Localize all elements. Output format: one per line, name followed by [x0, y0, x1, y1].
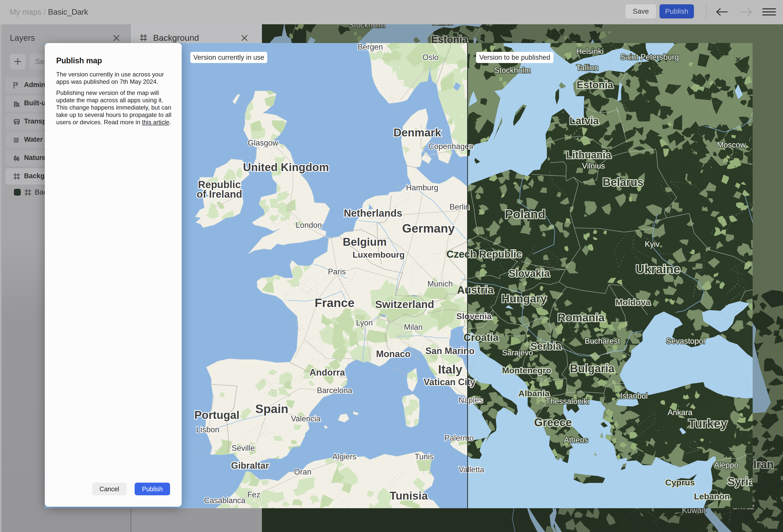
- svg-text:France: France: [315, 296, 354, 310]
- svg-text:Lithuania: Lithuania: [566, 149, 612, 160]
- svg-text:Vilnius: Vilnius: [582, 161, 605, 170]
- svg-text:Portugal: Portugal: [194, 409, 240, 421]
- svg-text:Sarajevo: Sarajevo: [502, 348, 533, 357]
- svg-text:Oran: Oran: [294, 467, 312, 476]
- svg-text:Seville: Seville: [231, 444, 255, 452]
- svg-text:Valencia: Valencia: [291, 414, 321, 423]
- svg-text:Romania: Romania: [558, 311, 604, 324]
- svg-text:Latvia: Latvia: [569, 115, 599, 126]
- svg-text:Italy: Italy: [438, 363, 462, 376]
- svg-text:Naples: Naples: [459, 396, 483, 405]
- svg-text:Greece: Greece: [534, 416, 572, 429]
- svg-text:Hamburg: Hamburg: [406, 183, 438, 192]
- svg-text:Albania: Albania: [519, 388, 550, 398]
- svg-text:Barcelona: Barcelona: [317, 386, 352, 395]
- svg-text:Helsinki: Helsinki: [576, 47, 604, 56]
- svg-text:Fez: Fez: [247, 490, 260, 499]
- svg-text:Copenhagen: Copenhagen: [429, 142, 473, 151]
- svg-text:Montenegro: Montenegro: [502, 366, 552, 375]
- svg-text:Tallinn: Tallinn: [576, 63, 598, 72]
- svg-text:Monaco: Monaco: [376, 349, 410, 359]
- svg-text:Algiers: Algiers: [333, 452, 356, 461]
- svg-text:Ankara: Ankara: [667, 408, 693, 417]
- svg-text:Czech Republic: Czech Republic: [446, 249, 522, 260]
- svg-text:Moscow: Moscow: [717, 140, 746, 149]
- svg-text:Belarus: Belarus: [602, 176, 643, 188]
- svg-text:Hungary: Hungary: [502, 292, 547, 305]
- svg-text:Palermo: Palermo: [444, 434, 473, 442]
- svg-text:London: London: [295, 221, 322, 229]
- svg-text:Thessaloniki: Thessaloniki: [545, 397, 589, 406]
- svg-text:Belgium: Belgium: [343, 236, 387, 248]
- svg-text:Slovakia: Slovakia: [509, 268, 550, 279]
- svg-text:United Kingdom: United Kingdom: [243, 161, 329, 174]
- svg-text:Lisbon: Lisbon: [196, 425, 219, 434]
- svg-text:Austria: Austria: [457, 284, 494, 296]
- svg-text:Valletta: Valletta: [459, 465, 484, 474]
- svg-text:Poland: Poland: [505, 208, 545, 221]
- svg-text:Munich: Munich: [428, 279, 453, 288]
- svg-text:Croatia: Croatia: [464, 332, 499, 343]
- svg-text:Casablanca: Casablanca: [204, 496, 246, 505]
- svg-text:Andorra: Andorra: [310, 367, 345, 378]
- svg-text:Saint Petersburg: Saint Petersburg: [621, 53, 679, 62]
- svg-text:×: ×: [735, 54, 741, 65]
- svg-text:Sevastopol: Sevastopol: [666, 337, 705, 345]
- svg-text:Istanbul: Istanbul: [620, 392, 648, 400]
- svg-text:Bucharest: Bucharest: [585, 337, 620, 345]
- svg-text:Bulgaria: Bulgaria: [570, 362, 615, 375]
- svg-text:Berlin: Berlin: [449, 202, 469, 211]
- svg-text:Estonia: Estonia: [577, 79, 614, 90]
- svg-text:Lyon: Lyon: [356, 318, 373, 327]
- svg-text:Bergen: Bergen: [357, 42, 383, 51]
- svg-text:Stockholm: Stockholm: [494, 66, 531, 75]
- svg-text:Switzerland: Switzerland: [375, 299, 434, 310]
- svg-text:Netherlands: Netherlands: [344, 208, 402, 219]
- svg-text:Glasgow: Glasgow: [248, 138, 278, 147]
- svg-text:Oslo: Oslo: [422, 53, 439, 62]
- svg-text:Cyprus: Cyprus: [665, 477, 695, 487]
- svg-text:Gibraltar: Gibraltar: [231, 460, 269, 471]
- svg-text:of Ireland: of Ireland: [197, 189, 242, 200]
- svg-text:Tunis: Tunis: [415, 452, 434, 461]
- svg-text:Athens: Athens: [564, 436, 588, 444]
- svg-text:Tunisia: Tunisia: [390, 490, 428, 502]
- svg-text:Denmark: Denmark: [394, 126, 441, 139]
- svg-text:Syria: Syria: [727, 475, 755, 488]
- svg-text:Kyiv: Kyiv: [645, 240, 660, 249]
- svg-text:Turkey: Turkey: [688, 417, 727, 430]
- svg-text:Lebanon: Lebanon: [694, 492, 730, 501]
- svg-text:Milan: Milan: [404, 323, 422, 332]
- svg-text:Serbia: Serbia: [530, 341, 562, 352]
- svg-text:Germany: Germany: [402, 222, 455, 235]
- svg-text:Moldova: Moldova: [616, 298, 651, 307]
- svg-text:Paris: Paris: [328, 267, 346, 276]
- svg-text:Slovenia: Slovenia: [456, 311, 492, 321]
- svg-text:Ukraine: Ukraine: [636, 262, 680, 276]
- svg-text:Aleppo: Aleppo: [714, 461, 739, 469]
- svg-text:Luxembourg: Luxembourg: [352, 250, 405, 259]
- svg-text:Spain: Spain: [255, 402, 288, 415]
